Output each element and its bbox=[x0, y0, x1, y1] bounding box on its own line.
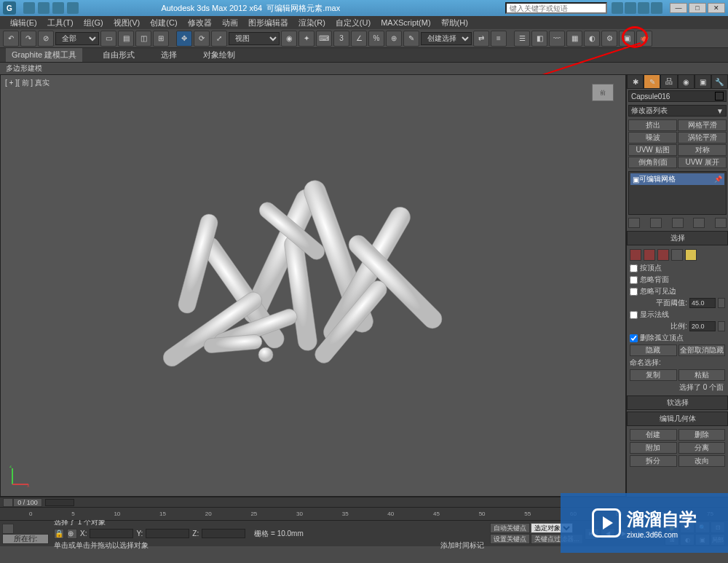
select-icon[interactable]: ▭ bbox=[100, 31, 116, 47]
help-icon[interactable] bbox=[651, 2, 662, 14]
viewcube-icon[interactable]: 前 bbox=[592, 84, 614, 101]
graphite-icon[interactable]: ◧ bbox=[531, 31, 547, 47]
attach-button[interactable]: 附加 bbox=[630, 442, 677, 454]
layer-icon[interactable]: ☰ bbox=[514, 31, 530, 47]
select-region-icon[interactable]: ◫ bbox=[135, 31, 151, 47]
schematic-icon[interactable]: ▦ bbox=[566, 31, 582, 47]
z-coord-input[interactable] bbox=[202, 529, 245, 538]
utilities-tab-icon[interactable]: 🔧 bbox=[711, 74, 728, 89]
y-coord-input[interactable] bbox=[146, 529, 189, 538]
menu-item[interactable]: 工具(T) bbox=[43, 17, 78, 28]
menu-item[interactable]: 组(G) bbox=[79, 17, 108, 28]
menu-item[interactable]: 动画 bbox=[218, 17, 242, 28]
manipulate-icon[interactable]: ✦ bbox=[298, 31, 314, 47]
close-button[interactable]: ✕ bbox=[708, 3, 725, 13]
slider-track[interactable] bbox=[45, 499, 74, 506]
menu-item[interactable]: 编辑(E) bbox=[6, 17, 41, 28]
render-icon[interactable]: 🫖 bbox=[636, 31, 652, 47]
ref-coord-system[interactable]: 视图 bbox=[229, 32, 280, 45]
qat-icon[interactable] bbox=[67, 2, 79, 14]
mirror-icon[interactable]: ⇄ bbox=[473, 31, 489, 47]
show-end-icon[interactable] bbox=[650, 218, 662, 228]
abs-rel-icon[interactable]: ⊕ bbox=[67, 529, 77, 539]
select-name-icon[interactable]: ▤ bbox=[118, 31, 134, 47]
mod-btn[interactable]: 噪波 bbox=[628, 132, 677, 143]
object-name-field[interactable]: Capsule016 bbox=[628, 90, 727, 102]
spinner-buttons[interactable] bbox=[718, 298, 725, 308]
set-key-button[interactable]: 设置关键点 bbox=[490, 534, 530, 544]
move-icon[interactable]: ✥ bbox=[176, 31, 192, 47]
ribbon-tab[interactable]: 自由形式 bbox=[97, 48, 141, 62]
unhide-all-button[interactable]: 全部取消隐藏 bbox=[678, 345, 726, 356]
menu-item[interactable]: 视图(V) bbox=[109, 17, 145, 28]
undo-icon[interactable]: ↶ bbox=[3, 31, 19, 47]
locate-line-button[interactable]: 所在行: bbox=[2, 534, 49, 544]
menu-item[interactable]: 帮助(H) bbox=[437, 17, 472, 28]
ribbon-tab[interactable]: Graphite 建模工具 bbox=[6, 48, 82, 62]
ribbon-tab[interactable]: 选择 bbox=[155, 48, 183, 62]
qat-icon[interactable] bbox=[52, 2, 64, 14]
menu-item[interactable]: MAXScript(M) bbox=[376, 18, 435, 27]
help-icon[interactable] bbox=[638, 2, 649, 14]
lock-selection-icon[interactable]: 🔒 bbox=[54, 529, 64, 539]
detach-button[interactable]: 分离 bbox=[678, 442, 726, 454]
infocenter-icon[interactable] bbox=[612, 2, 623, 14]
add-time-tag-button[interactable]: 添加时间标记 bbox=[440, 540, 484, 551]
menu-item[interactable]: 图形编辑器 bbox=[244, 17, 293, 28]
render-frame-icon[interactable]: ▣ bbox=[619, 31, 635, 47]
snap-icon[interactable]: 3 bbox=[333, 31, 349, 47]
mod-btn[interactable]: 挤出 bbox=[628, 119, 677, 131]
spinner-buttons[interactable] bbox=[718, 321, 725, 331]
viewport-front[interactable]: [ + ][ 前 ] 真实 前 bbox=[0, 74, 626, 497]
modifier-stack[interactable]: ▣ 可编辑网格📌 bbox=[628, 171, 727, 215]
vertex-subobj-icon[interactable] bbox=[630, 249, 641, 261]
mod-btn[interactable]: UVW 展开 bbox=[678, 157, 727, 168]
mod-btn[interactable]: 倒角剖面 bbox=[628, 157, 677, 168]
maximize-button[interactable]: □ bbox=[689, 3, 706, 13]
menu-item[interactable]: 修改器 bbox=[183, 17, 216, 28]
render-setup-icon[interactable]: ⚙ bbox=[601, 31, 617, 47]
named-selection-set[interactable]: 创建选择集 bbox=[421, 32, 472, 45]
element-subobj-icon[interactable] bbox=[685, 249, 697, 261]
face-subobj-icon[interactable] bbox=[657, 249, 669, 261]
ignore-backfacing-checkbox[interactable] bbox=[630, 276, 638, 284]
by-vertex-checkbox[interactable] bbox=[630, 264, 638, 272]
menu-item[interactable]: 自定义(U) bbox=[331, 17, 375, 28]
rollout-editgeom[interactable]: 编辑几何体 bbox=[627, 412, 728, 426]
create-tab-icon[interactable]: ✱ bbox=[627, 74, 644, 89]
ribbon-tab[interactable]: 对象绘制 bbox=[197, 48, 241, 62]
mod-btn[interactable]: 网格平滑 bbox=[678, 119, 727, 131]
stack-item[interactable]: ▣ 可编辑网格📌 bbox=[630, 173, 724, 185]
split-button[interactable]: 拆分 bbox=[630, 455, 677, 467]
x-coord-input[interactable] bbox=[90, 529, 133, 538]
scale-icon[interactable]: ⤢ bbox=[211, 31, 227, 47]
show-normals-checkbox[interactable] bbox=[630, 311, 638, 319]
material-editor-icon[interactable]: ◐ bbox=[584, 31, 600, 47]
auto-key-button[interactable]: 自动关键点 bbox=[490, 523, 530, 533]
turn-button[interactable]: 改向 bbox=[678, 455, 726, 467]
color-swatch[interactable] bbox=[715, 92, 724, 101]
edit-named-sel-icon[interactable]: ✎ bbox=[403, 31, 419, 47]
pivot-icon[interactable]: ◉ bbox=[281, 31, 297, 47]
selection-filter[interactable]: 全部 bbox=[55, 32, 99, 45]
make-unique-icon[interactable] bbox=[672, 218, 684, 228]
menu-item[interactable]: 渲染(R) bbox=[294, 17, 330, 28]
hierarchy-tab-icon[interactable]: 品 bbox=[660, 74, 677, 89]
slider-prev-icon[interactable] bbox=[3, 498, 13, 507]
ribbon-panel-label[interactable]: 多边形建模 bbox=[6, 63, 42, 74]
mod-btn[interactable]: UVW 贴图 bbox=[628, 144, 677, 156]
help-search-input[interactable] bbox=[505, 2, 607, 14]
delete-button[interactable]: 删除 bbox=[678, 429, 726, 441]
redo-icon[interactable]: ↷ bbox=[20, 31, 36, 47]
scale-spinner[interactable] bbox=[689, 321, 716, 331]
modify-tab-icon[interactable]: ✎ bbox=[644, 74, 660, 89]
curve-editor-icon[interactable]: 〰 bbox=[549, 31, 565, 47]
qat-icon[interactable] bbox=[23, 2, 35, 14]
mod-btn[interactable]: 涡轮平滑 bbox=[678, 132, 727, 143]
display-tab-icon[interactable]: ▣ bbox=[695, 74, 711, 89]
keyboard-icon[interactable]: ⌨ bbox=[316, 31, 332, 47]
viewport-label[interactable]: [ + ][ 前 ] 真实 bbox=[5, 78, 50, 88]
mod-btn[interactable]: 对称 bbox=[678, 144, 727, 156]
copy-button[interactable]: 复制 bbox=[630, 369, 677, 381]
rotate-icon[interactable]: ⟳ bbox=[194, 31, 210, 47]
